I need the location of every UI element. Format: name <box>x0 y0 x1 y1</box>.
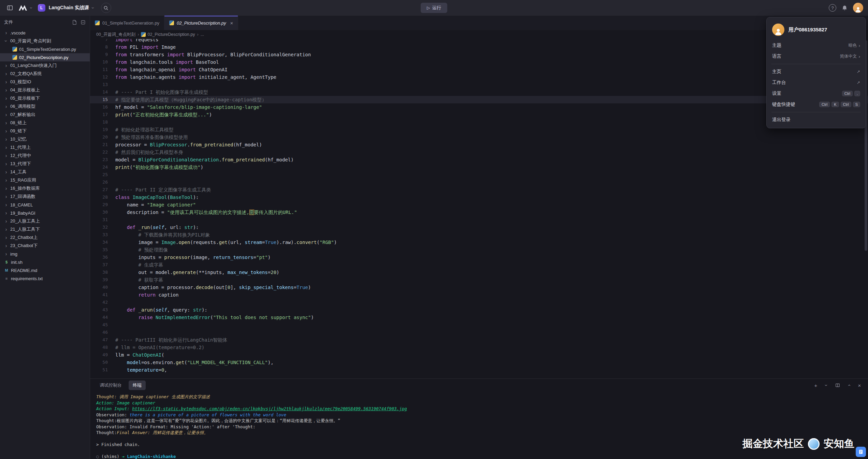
menu-item-keyboard-shortcuts[interactable]: 键盘快捷键CtrlKCtrlS <box>767 99 866 110</box>
code-line[interactable]: 31 <box>90 216 868 224</box>
code-line[interactable]: 36 inputs = processor(image, return_tens… <box>90 254 868 261</box>
file-tree-item[interactable]: ›03_模型IO <box>0 78 90 86</box>
terminal-dropdown-icon[interactable]: › <box>824 382 830 388</box>
file-tree-item[interactable]: ›16_操作数据库 <box>0 184 90 192</box>
menu-item-logout[interactable]: 退出登录 <box>767 114 866 125</box>
file-tree-item[interactable]: ›11_代理上 <box>0 143 90 152</box>
code-line[interactable]: 25 <box>90 171 868 178</box>
code-line[interactable]: 8from PIL import Image <box>90 43 868 51</box>
file-tree-item[interactable]: ›23_Chatbot下 <box>0 242 90 250</box>
breadcrumb-item[interactable]: 00_开篇词_奇点时刻 <box>96 32 135 38</box>
code-line[interactable]: 21processor = BlipProcessor.from_pretrai… <box>90 141 868 148</box>
file-tree-item[interactable]: ›20_人脉工具上 <box>0 217 90 225</box>
code-line[interactable]: 26 <box>90 178 868 186</box>
code-line[interactable]: 41 return caption <box>90 291 868 299</box>
code-line[interactable]: 28class ImageCapTool(BaseTool): <box>90 193 868 201</box>
code-line[interactable]: 39 # 获取字幕 <box>90 276 868 284</box>
code-editor[interactable]: 7import requests8from PIL import Image9f… <box>90 39 868 378</box>
file-tree-item[interactable]: ›22_Chatbot上 <box>0 233 90 242</box>
code-line[interactable]: 47# ---- PartIII 初始化并运行LangChain智能体 <box>90 336 868 344</box>
code-line[interactable]: 40 caption = processor.decode(out[0], sk… <box>90 284 868 291</box>
code-line[interactable]: 38 out = model.generate(**inputs, max_ne… <box>90 269 868 276</box>
file-tree-item[interactable]: ›18_CAMEL <box>0 201 90 209</box>
file-tree-item[interactable]: ›15_RAG应用 <box>0 176 90 184</box>
user-avatar[interactable] <box>853 3 863 13</box>
menu-item-theme[interactable]: 主题暗色› <box>767 40 866 51</box>
code-line[interactable]: 13 <box>90 81 868 88</box>
code-line[interactable]: 44 raise NotImplementedError("This tool … <box>90 314 868 321</box>
file-tree-item[interactable]: ›04_提示模板上 <box>0 86 90 94</box>
collapse-folders-icon[interactable] <box>81 20 86 25</box>
file-tree-item[interactable]: ›10_记忆 <box>0 135 90 143</box>
file-tree-item[interactable]: ›08_链上 <box>0 119 90 127</box>
close-tab-icon[interactable]: × <box>230 20 233 26</box>
file-tree-item[interactable]: ›12_代理中 <box>0 152 90 160</box>
menu-item-language[interactable]: 语言简体中文› <box>767 51 866 62</box>
code-line[interactable]: 22# 然后我们初始化工具模型本身 <box>90 148 868 156</box>
code-line[interactable]: 49llm = ChatOpenAI( <box>90 351 868 359</box>
code-line[interactable]: 45 <box>90 321 868 329</box>
code-line[interactable]: 24print("初始化图像字幕生成模型成功") <box>90 163 868 171</box>
editor-tab[interactable]: 02_PictureDescription.py× <box>164 16 238 30</box>
new-file-icon[interactable] <box>72 20 77 25</box>
panel-tab-terminal[interactable]: 终端 <box>129 381 146 390</box>
file-tree-item[interactable]: 01_SimpleTextGeneration.py <box>0 45 90 53</box>
menu-item-workbench[interactable]: 工作台↗ <box>767 77 866 88</box>
terminal-link[interactable]: https://lf3-static.bytednsdoc.com/obj/ed… <box>132 406 407 411</box>
code-line[interactable]: 23model = BlipForConditionalGeneration.f… <box>90 156 868 163</box>
code-line[interactable]: 19# 初始化处理器和工具模型 <box>90 126 868 133</box>
menu-item-settings[interactable]: 设置Ctrl. <box>767 88 866 99</box>
file-tree-item[interactable]: ›21_人脉工具下 <box>0 225 90 233</box>
code-line[interactable]: 17print("正在初始化图像字幕生成模型...") <box>90 111 868 118</box>
file-tree-item[interactable]: 02_PictureDescription.py <box>0 53 90 61</box>
feedback-widget-button[interactable] <box>856 447 866 457</box>
code-line[interactable]: 11from langchain_openai import ChatOpenA… <box>90 66 868 73</box>
code-line[interactable]: 42 <box>90 299 868 306</box>
code-line[interactable]: 29 name = "Image captioner" <box>90 201 868 209</box>
code-line[interactable]: 46 <box>90 329 868 336</box>
file-tree-item[interactable]: ›17_回调函数 <box>0 192 90 201</box>
help-icon[interactable]: ? <box>829 4 836 12</box>
code-line[interactable]: 12from langchain.agents import initializ… <box>90 73 868 81</box>
code-line[interactable]: 14# ---- Part I 初始化图像字幕生成模型 <box>90 88 868 96</box>
code-line[interactable]: 7import requests <box>90 39 868 43</box>
code-line[interactable]: 27# ---- Part II 定义图像字幕生成工具类 <box>90 186 868 193</box>
file-tree-item[interactable]: ›09_链下 <box>0 127 90 135</box>
file-tree-item[interactable]: MREADME.md <box>0 266 90 274</box>
code-line[interactable]: 9from transformers import BlipProcessor,… <box>90 51 868 58</box>
file-tree-item[interactable]: ≡requirements.txt <box>0 274 90 283</box>
run-button[interactable]: ▷ 运行 <box>421 3 447 13</box>
new-terminal-icon[interactable]: + <box>813 382 819 388</box>
file-tree-item[interactable]: ›07_解析输出 <box>0 111 90 119</box>
editor-tab[interactable]: 01_SimpleTextGeneration.py <box>90 16 164 30</box>
ide-logo-icon[interactable] <box>18 5 27 11</box>
file-tree-item[interactable]: $init.sh <box>0 258 90 266</box>
code-line[interactable]: 32 def _run(self, url: str): <box>90 224 868 231</box>
file-tree-item[interactable]: ›img <box>0 250 90 258</box>
code-line[interactable]: 33 # 下载图像并将其转换为PIL对象 <box>90 231 868 239</box>
code-line[interactable]: 15# 指定要使用的工具模型（HuggingFace中的image-captio… <box>90 96 868 103</box>
sidebar-toggle-button[interactable] <box>5 3 15 13</box>
file-tree-item[interactable]: ›01_LangChain快速入门 <box>0 61 90 70</box>
file-tree-item[interactable]: ›19_BabyAGI <box>0 209 90 217</box>
code-line[interactable]: 50 model=os.environ.get("LLM_MODEL_4K_FU… <box>90 359 868 366</box>
breadcrumb-item[interactable]: ... <box>201 32 204 37</box>
file-tree-item[interactable]: ›06_调用模型 <box>0 102 90 111</box>
code-line[interactable]: 16hf_model = "Salesforce/blip-image-capt… <box>90 103 868 111</box>
notifications-bell-icon[interactable] <box>842 5 848 11</box>
file-tree-item[interactable]: ›14_工具 <box>0 168 90 176</box>
search-button[interactable] <box>101 3 111 13</box>
file-tree-item[interactable]: ›00_开篇词_奇点时刻 <box>0 37 90 45</box>
code-line[interactable]: 43 def _arun(self, query: str): <box>90 306 868 314</box>
code-line[interactable]: 20# 预处理器将准备图像供模型使用 <box>90 133 868 141</box>
split-terminal-icon[interactable] <box>835 382 841 388</box>
file-tree-item[interactable]: ›.vscode <box>0 29 90 37</box>
breadcrumb-item[interactable]: 02_PictureDescription.py <box>141 32 195 37</box>
code-line[interactable]: 30 description = "使用该工具可以生成图片的文字描述,需要传入图… <box>90 209 868 216</box>
maximize-panel-icon[interactable]: › <box>845 382 852 388</box>
file-tree-item[interactable]: ›02_文档QA系统 <box>0 70 90 78</box>
code-line[interactable]: 34 image = Image.open(requests.get(url, … <box>90 239 868 246</box>
close-panel-icon[interactable]: × <box>856 382 863 388</box>
project-title[interactable]: LangChain 实战课 <box>49 5 89 11</box>
file-tree-item[interactable]: ›05_提示模板下 <box>0 94 90 102</box>
